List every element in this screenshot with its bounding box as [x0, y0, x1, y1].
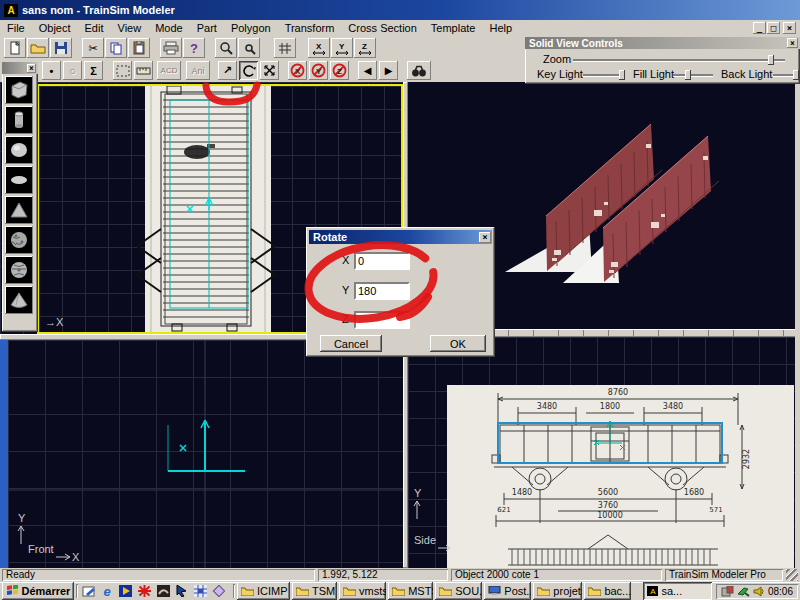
- mirror-z-button[interactable]: Z: [354, 38, 376, 58]
- quicklaunch-internet-explorer[interactable]: e: [99, 583, 116, 599]
- ok-button[interactable]: OK: [430, 335, 486, 352]
- resize-grip[interactable]: [786, 569, 798, 581]
- menu-file[interactable]: File: [0, 20, 32, 36]
- next-button[interactable]: ▶: [379, 61, 398, 80]
- tray-volume-icon[interactable]: [753, 586, 765, 597]
- zoom-out-button[interactable]: [238, 38, 260, 58]
- viewport-front[interactable]: Y Front X: [8, 340, 403, 568]
- grid-toggle-button[interactable]: [274, 38, 296, 58]
- copy-button[interactable]: [105, 38, 127, 58]
- task-msts[interactable]: MSTS: [388, 582, 433, 600]
- menu-polygon[interactable]: Polygon: [224, 20, 278, 36]
- mirror-y-button[interactable]: Y: [331, 38, 353, 58]
- task-post[interactable]: Post...: [484, 582, 531, 600]
- solid-view-titlebar[interactable]: Solid View Controls ×: [525, 37, 800, 49]
- rotate-z-input[interactable]: [354, 311, 410, 329]
- lock-y-button[interactable]: Y: [309, 61, 328, 80]
- save-button[interactable]: [50, 38, 72, 58]
- primitive-box-button[interactable]: [5, 76, 33, 104]
- quicklaunch-media-player[interactable]: [118, 583, 135, 599]
- menu-transform[interactable]: Transform: [278, 20, 342, 36]
- start-button[interactable]: Démarrer: [2, 582, 74, 600]
- task-vmsts[interactable]: vmsts: [339, 582, 386, 600]
- minimize-button[interactable]: _: [753, 22, 766, 34]
- menu-object[interactable]: Object: [32, 20, 78, 36]
- acd-button[interactable]: ACD: [157, 61, 181, 80]
- key-light-thumb[interactable]: [619, 70, 625, 80]
- cancel-button[interactable]: Cancel: [320, 335, 382, 352]
- new-file-button[interactable]: [4, 38, 26, 58]
- menu-mode[interactable]: Mode: [148, 20, 190, 36]
- fill-light-slider[interactable]: [673, 74, 713, 76]
- print-button[interactable]: [160, 38, 182, 58]
- shape-palette-close-button[interactable]: ×: [27, 64, 36, 73]
- title-bar[interactable]: A sans nom - TrainSim Modeler: [0, 0, 800, 20]
- spline-tool-button[interactable]: Σ: [84, 61, 103, 80]
- task-sou[interactable]: SOU...: [435, 582, 482, 600]
- help-button[interactable]: ?: [183, 38, 205, 58]
- menu-help[interactable]: Help: [482, 20, 519, 36]
- primitive-disc-button[interactable]: [5, 166, 33, 194]
- circle-tool-button[interactable]: ○: [63, 61, 82, 80]
- quicklaunch-show-desktop[interactable]: [80, 583, 97, 599]
- status-coordinates: 1.992, 5.122: [318, 569, 448, 581]
- task-icimp[interactable]: ICIMP: [237, 582, 290, 600]
- menu-part[interactable]: Part: [190, 20, 224, 36]
- tray-device-icon[interactable]: [721, 586, 734, 597]
- zoom-slider-thumb[interactable]: [768, 55, 774, 65]
- fill-light-thumb[interactable]: [685, 70, 691, 80]
- tray-clock[interactable]: 08:06: [768, 586, 793, 597]
- menu-cross-section[interactable]: Cross Section: [341, 20, 423, 36]
- rotate-dialog-titlebar[interactable]: Rotate ×: [309, 230, 492, 244]
- primitive-geosphere2-button[interactable]: [5, 256, 33, 284]
- quicklaunch-image-tool[interactable]: [155, 583, 172, 599]
- back-light-slider[interactable]: [773, 74, 797, 76]
- rotate-dialog-close-button[interactable]: ×: [479, 232, 491, 243]
- cut-button[interactable]: ✂: [82, 38, 104, 58]
- primitive-pyramid-button[interactable]: [5, 196, 33, 224]
- task-tsm[interactable]: TSM: [292, 582, 337, 600]
- scale-tool-button[interactable]: [260, 61, 279, 80]
- primitive-geosphere-button[interactable]: [5, 226, 33, 254]
- animate-button[interactable]: Ani: [186, 61, 210, 80]
- find-button[interactable]: [407, 61, 431, 80]
- mirror-x-button[interactable]: X: [308, 38, 330, 58]
- back-light-thumb[interactable]: [793, 70, 799, 80]
- viewport-side[interactable]: 8760 3480 1800 3480 1480 5600 1680 3760 …: [408, 337, 795, 568]
- svg-text:X: X: [316, 42, 322, 51]
- lock-x-button[interactable]: X: [288, 61, 307, 80]
- paste-button[interactable]: [128, 38, 150, 58]
- primitive-sphere-button[interactable]: [5, 136, 33, 164]
- menu-edit[interactable]: Edit: [78, 20, 111, 36]
- previous-button[interactable]: ◀: [358, 61, 377, 80]
- rotate-tool-button[interactable]: [239, 61, 258, 80]
- close-button[interactable]: ×: [783, 22, 796, 34]
- tray-network-icon[interactable]: [737, 586, 750, 597]
- zoom-slider[interactable]: [573, 59, 785, 61]
- quicklaunch-cursor-tool[interactable]: [173, 583, 190, 599]
- zoom-in-button[interactable]: [215, 38, 237, 58]
- quicklaunch-grid-tool[interactable]: [192, 583, 209, 599]
- menu-template[interactable]: Template: [424, 20, 483, 36]
- key-light-slider[interactable]: [583, 74, 623, 76]
- task-bac[interactable]: bac...: [584, 582, 631, 600]
- select-marquee-button[interactable]: [113, 61, 132, 80]
- shape-palette-titlebar[interactable]: ×: [2, 62, 38, 74]
- lock-z-button[interactable]: Z: [330, 61, 349, 80]
- maximize-button[interactable]: □: [767, 22, 780, 34]
- task-projets[interactable]: projets: [533, 582, 582, 600]
- rotate-y-input[interactable]: [354, 282, 410, 300]
- primitive-cylinder-button[interactable]: [5, 106, 33, 134]
- rotate-x-input[interactable]: [354, 252, 410, 270]
- solid-view-close-button[interactable]: ×: [787, 38, 798, 48]
- open-file-button[interactable]: [27, 38, 49, 58]
- point-tool-button[interactable]: •: [42, 61, 61, 80]
- menu-view[interactable]: View: [111, 20, 149, 36]
- task-sans-nom-active[interactable]: A sa...: [643, 582, 712, 600]
- quicklaunch-diamond-tool[interactable]: [210, 583, 227, 599]
- primitive-cone-button[interactable]: [5, 286, 33, 314]
- measure-button[interactable]: [134, 61, 153, 80]
- move-tool-button[interactable]: ↗: [218, 61, 237, 80]
- quicklaunch-red-star[interactable]: [136, 583, 153, 599]
- folder-icon: [588, 586, 601, 596]
